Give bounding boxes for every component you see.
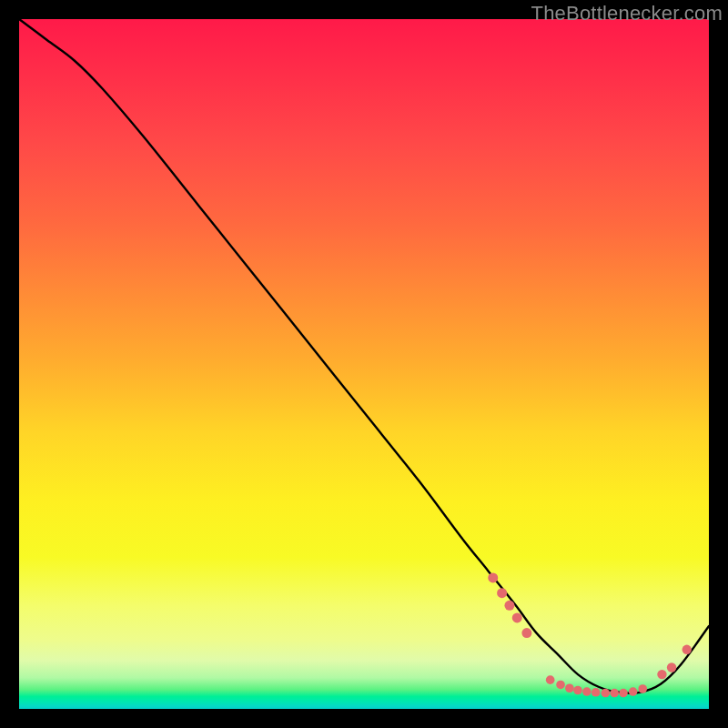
- curve-marker: [682, 645, 692, 654]
- curve-marker: [657, 670, 666, 679]
- curve-marker: [565, 683, 574, 693]
- curve-marker: [667, 662, 676, 672]
- curve-marker: [504, 601, 514, 611]
- curve-marker: [638, 684, 647, 693]
- curve-marker: [602, 689, 611, 698]
- curve-marker: [512, 612, 522, 622]
- chart-stage: TheBottlenecker.com: [0, 0, 728, 728]
- chart-overlay: [19, 19, 709, 709]
- curve-marker: [592, 688, 601, 697]
- curve-marker: [546, 675, 555, 684]
- curve-marker: [556, 681, 565, 690]
- curve-marker: [521, 628, 531, 638]
- bottleneck-curve: [19, 19, 709, 693]
- curve-marker: [619, 689, 628, 698]
- watermark-text: TheBottlenecker.com: [531, 2, 723, 25]
- curve-marker: [582, 687, 592, 696]
- curve-markers: [488, 572, 692, 697]
- curve-marker: [488, 572, 498, 582]
- curve-marker: [497, 588, 507, 598]
- curve-marker: [610, 689, 619, 698]
- curve-marker: [629, 687, 638, 696]
- curve-marker: [573, 686, 582, 695]
